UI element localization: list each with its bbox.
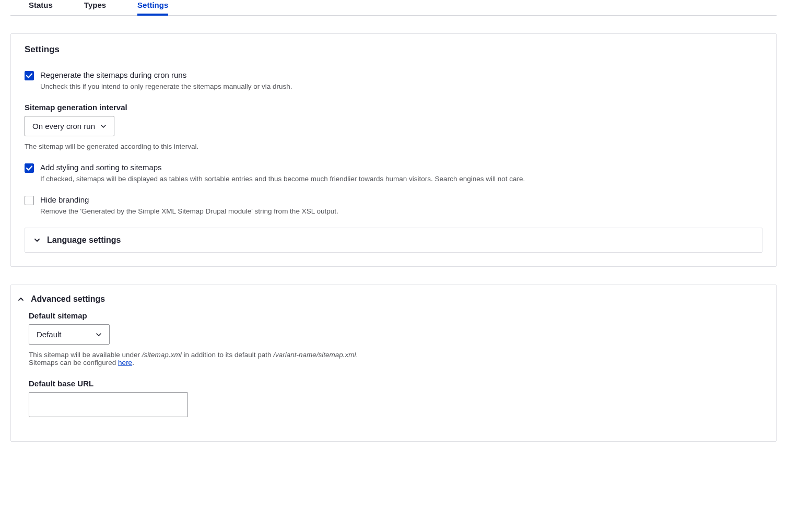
chevron-down-icon bbox=[100, 123, 107, 129]
default-sitemap-value: Default bbox=[37, 330, 62, 339]
tab-status[interactable]: Status bbox=[29, 1, 53, 16]
settings-panel: Settings Regenerate the sitemaps during … bbox=[10, 33, 777, 267]
default-sitemap-select[interactable]: Default bbox=[29, 324, 110, 345]
default-sitemap-label: Default sitemap bbox=[29, 311, 770, 320]
styling-label: Add styling and sorting to sitemaps bbox=[40, 163, 525, 172]
cron-regenerate-label: Regenerate the sitemaps during cron runs bbox=[40, 70, 292, 79]
advanced-settings-label: Advanced settings bbox=[31, 294, 105, 304]
hide-branding-desc: Remove the 'Generated by the Simple XML … bbox=[40, 207, 338, 215]
interval-select[interactable]: On every cron run bbox=[25, 116, 114, 136]
language-settings-toggle[interactable]: Language settings bbox=[25, 228, 762, 252]
chevron-down-icon bbox=[96, 332, 102, 338]
hide-branding-checkbox[interactable] bbox=[25, 196, 34, 205]
chevron-up-icon bbox=[17, 295, 25, 303]
cron-regenerate-checkbox[interactable] bbox=[25, 71, 34, 80]
base-url-input[interactable] bbox=[29, 392, 188, 417]
styling-desc: If checked, sitemaps will be displayed a… bbox=[40, 175, 525, 183]
advanced-settings-toggle[interactable]: Advanced settings bbox=[11, 285, 776, 309]
language-settings-label: Language settings bbox=[47, 235, 121, 245]
interval-label: Sitemap generation interval bbox=[25, 103, 762, 112]
default-sitemap-desc: This sitemap will be available under /si… bbox=[29, 351, 770, 367]
base-url-label: Default base URL bbox=[29, 379, 770, 388]
tabs-nav: Status Types Settings bbox=[10, 0, 777, 16]
interval-desc: The sitemap will be generated according … bbox=[25, 143, 762, 150]
language-settings-details: Language settings bbox=[25, 228, 762, 253]
tab-settings[interactable]: Settings bbox=[137, 1, 168, 16]
configure-here-link[interactable]: here bbox=[118, 359, 132, 367]
panel-title: Settings bbox=[25, 44, 762, 55]
hide-branding-label: Hide branding bbox=[40, 195, 338, 204]
cron-regenerate-desc: Uncheck this if you intend to only regen… bbox=[40, 82, 292, 90]
tab-types[interactable]: Types bbox=[84, 1, 106, 16]
advanced-settings-panel: Advanced settings Default sitemap Defaul… bbox=[10, 285, 777, 442]
interval-value: On every cron run bbox=[32, 122, 95, 131]
chevron-down-icon bbox=[33, 237, 41, 244]
styling-checkbox[interactable] bbox=[25, 163, 34, 173]
